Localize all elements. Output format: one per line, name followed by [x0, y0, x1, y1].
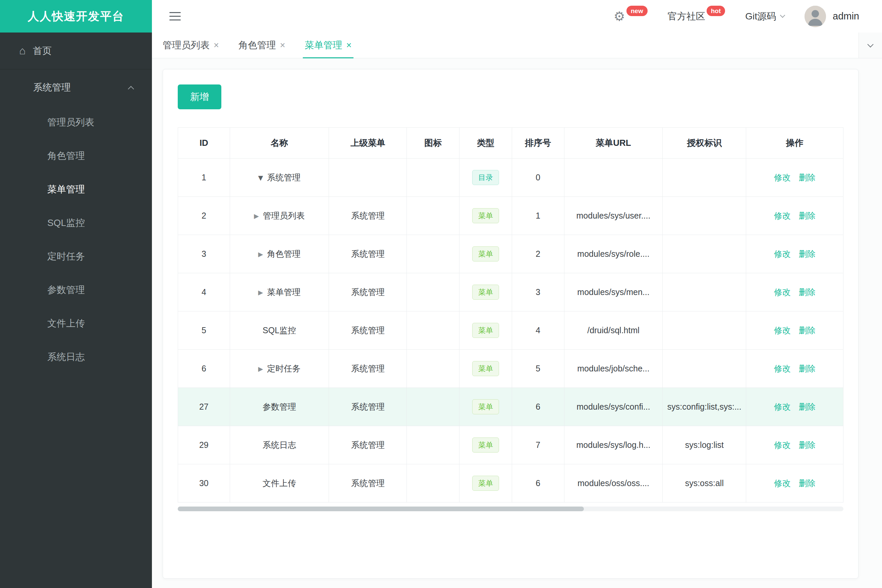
cell-id: 2 [178, 197, 230, 235]
hot-badge: hot [706, 6, 726, 16]
tab-role-mgmt[interactable]: 角色管理 × [239, 33, 285, 58]
edit-link[interactable]: 修改 [774, 440, 791, 450]
cell-icon [407, 159, 460, 197]
delete-link[interactable]: 删除 [799, 402, 816, 411]
chevron-up-icon [128, 86, 134, 92]
menu-table-wrap: ID 名称 上级菜单 图标 类型 排序号 菜单URL 授权标识 操作 [178, 128, 843, 511]
cell-order: 6 [512, 464, 564, 502]
cell-id: 3 [178, 235, 230, 273]
horizontal-scrollbar[interactable] [178, 507, 843, 511]
col-name: 名称 [230, 128, 329, 159]
delete-link[interactable]: 删除 [799, 440, 816, 450]
user-menu[interactable]: admin [805, 6, 859, 27]
tabs-dropdown-button[interactable] [858, 33, 882, 58]
tab-menu-mgmt[interactable]: 菜单管理 × [305, 33, 352, 58]
edit-link[interactable]: 修改 [774, 172, 791, 182]
delete-link[interactable]: 删除 [799, 172, 816, 182]
sidebar-item-param-mgmt[interactable]: 参数管理 [0, 273, 152, 307]
caret-right-icon[interactable]: ▶ [258, 365, 263, 372]
tab-close-icon[interactable]: × [346, 41, 352, 50]
table-header-row: ID 名称 上级菜单 图标 类型 排序号 菜单URL 授权标识 操作 [178, 128, 843, 159]
cell-url: modules/sys/role.... [564, 235, 663, 273]
type-badge: 菜单 [472, 246, 499, 262]
edit-link[interactable]: 修改 [774, 211, 791, 220]
edit-link[interactable]: 修改 [774, 326, 791, 335]
table-row[interactable]: 30 文件上传 系统管理 菜单 6 modules/oss/oss.... sy… [178, 464, 843, 502]
cell-icon [407, 426, 460, 464]
topbar: ⚙ new 官方社区 hot Git源码 admin [152, 0, 882, 33]
table-row[interactable]: 2 ▶管理员列表 系统管理 菜单 1 modules/sys/user.... … [178, 197, 843, 235]
cell-url [564, 159, 663, 197]
sidebar-item-role-mgmt[interactable]: 角色管理 [0, 139, 152, 172]
cell-perm [663, 159, 746, 197]
edit-link[interactable]: 修改 [774, 402, 791, 411]
sidebar-home-label: 首页 [33, 45, 52, 57]
settings-button[interactable]: ⚙ new [614, 9, 648, 24]
topbar-right: ⚙ new 官方社区 hot Git源码 admin [614, 6, 882, 27]
cell-ops: 修改删除 [746, 464, 843, 502]
tab-admin-list[interactable]: 管理员列表 × [163, 33, 219, 58]
delete-link[interactable]: 删除 [799, 478, 816, 488]
sidebar-item-sql-monitor[interactable]: SQL监控 [0, 206, 152, 240]
community-label: 官方社区 [668, 10, 705, 23]
caret-down-icon[interactable]: ▼ [258, 174, 263, 182]
cell-url: /druid/sql.html [564, 311, 663, 350]
caret-right-icon[interactable]: ▶ [258, 289, 263, 296]
cell-name: 系统日志 [230, 426, 329, 464]
sidebar-item-admin-list[interactable]: 管理员列表 [0, 106, 152, 139]
sidebar-item-menu-mgmt[interactable]: 菜单管理 [0, 172, 152, 206]
caret-right-icon[interactable]: ▶ [254, 212, 259, 220]
edit-link[interactable]: 修改 [774, 287, 791, 297]
sidebar-item-file-upload[interactable]: 文件上传 [0, 307, 152, 340]
tab-label: 菜单管理 [305, 39, 343, 52]
cell-ops: 修改删除 [746, 159, 843, 197]
cell-id: 27 [178, 388, 230, 426]
sidebar-item-home[interactable]: ⌂ 首页 [0, 33, 152, 69]
delete-link[interactable]: 删除 [799, 211, 816, 220]
app-root: 人人快速开发平台 ⌂ 首页 系统管理 管理员列表 角色管理 菜单管理 SQL监控… [0, 0, 882, 588]
community-link[interactable]: 官方社区 hot [668, 10, 726, 23]
cell-name: 参数管理 [230, 388, 329, 426]
cell-type: 菜单 [460, 273, 512, 311]
git-label: Git源码 [745, 10, 776, 23]
sidebar-item-scheduled-tasks[interactable]: 定时任务 [0, 240, 152, 273]
caret-right-icon[interactable]: ▶ [258, 250, 263, 258]
table-row[interactable]: 4 ▶菜单管理 系统管理 菜单 3 modules/sys/men... 修改删… [178, 273, 843, 311]
cell-icon [407, 273, 460, 311]
table-row[interactable]: 27 参数管理 系统管理 菜单 6 modules/sys/confi... s… [178, 388, 843, 426]
edit-link[interactable]: 修改 [774, 478, 791, 488]
cell-perm [663, 235, 746, 273]
delete-link[interactable]: 删除 [799, 326, 816, 335]
sidebar-item-system-log[interactable]: 系统日志 [0, 340, 152, 374]
cell-perm: sys:log:list [663, 426, 746, 464]
table-row[interactable]: 6 ▶定时任务 系统管理 菜单 5 modules/job/sche... 修改… [178, 350, 843, 388]
type-badge: 菜单 [472, 399, 499, 415]
table-row[interactable]: 5 SQL监控 系统管理 菜单 4 /druid/sql.html 修改删除 [178, 311, 843, 350]
add-button[interactable]: 新增 [178, 84, 221, 109]
table-row[interactable]: 1 ▼系统管理 目录 0 修改删除 [178, 159, 843, 197]
sidebar-section-system[interactable]: 系统管理 [0, 69, 152, 106]
delete-link[interactable]: 删除 [799, 364, 816, 373]
cell-perm [663, 350, 746, 388]
menu-toggle-button[interactable] [169, 12, 181, 21]
cell-name: ▶角色管理 [230, 235, 329, 273]
cell-ops: 修改删除 [746, 273, 843, 311]
edit-link[interactable]: 修改 [774, 249, 791, 258]
edit-link[interactable]: 修改 [774, 364, 791, 373]
type-badge: 菜单 [472, 361, 499, 376]
table-row[interactable]: 3 ▶角色管理 系统管理 菜单 2 modules/sys/role.... 修… [178, 235, 843, 273]
col-parent: 上级菜单 [329, 128, 407, 159]
cell-perm: sys:oss:all [663, 464, 746, 502]
delete-link[interactable]: 删除 [799, 287, 816, 297]
delete-link[interactable]: 删除 [799, 249, 816, 258]
cell-parent: 系统管理 [329, 464, 407, 502]
table-row[interactable]: 29 系统日志 系统管理 菜单 7 modules/sys/log.h... s… [178, 426, 843, 464]
git-source-link[interactable]: Git源码 [745, 10, 784, 23]
tab-close-icon[interactable]: × [213, 41, 219, 50]
cell-order: 2 [512, 235, 564, 273]
scrollbar-thumb[interactable] [178, 507, 584, 511]
cell-type: 目录 [460, 159, 512, 197]
col-id: ID [178, 128, 230, 159]
cell-id: 29 [178, 426, 230, 464]
tab-close-icon[interactable]: × [280, 41, 285, 50]
